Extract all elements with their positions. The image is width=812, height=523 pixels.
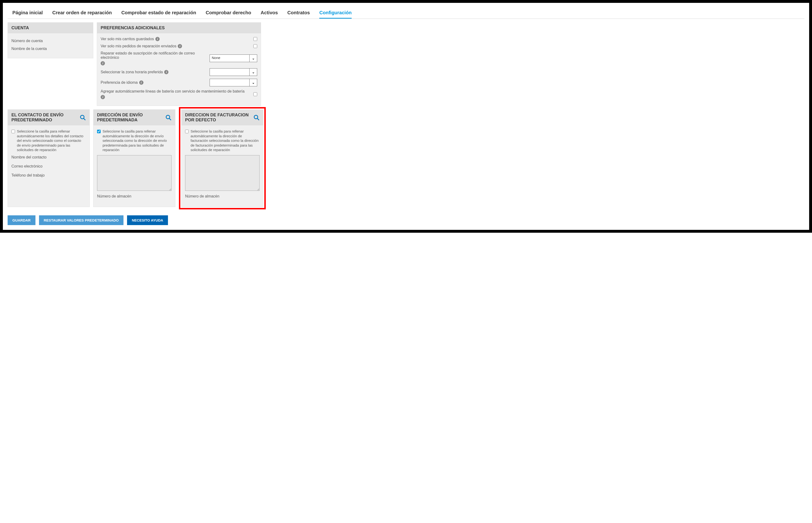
shipping-autofill-label: Seleccione la casilla para rellenar auto… [103, 129, 171, 152]
contact-email-label: Correo electrónico [12, 164, 86, 168]
tab-assets[interactable]: Activos [261, 10, 278, 19]
pref-lang-value [210, 79, 249, 86]
chevron-down-icon: ⌄ [249, 55, 257, 62]
tab-create-order[interactable]: Crear orden de reparación [52, 10, 112, 19]
shipping-panel: DIRECCIÓN DE ENVÍO PREDETERMINADA Selecc… [93, 109, 176, 207]
billing-header: DIRECCION DE FACTURACION POR DEFECTO [185, 112, 253, 123]
svg-line-1 [84, 118, 86, 120]
pref-battery-label: Agregar automáticamente líneas de baterí… [100, 89, 244, 93]
preferences-panel: PREFERENCIAS ADICIONALES Ver solo mis ca… [97, 22, 261, 106]
billing-autofill-label: Seleccione la casilla para rellenar auto… [190, 129, 260, 152]
pref-email-value: None [210, 55, 249, 62]
svg-point-4 [254, 115, 258, 119]
pref-carts-checkbox[interactable] [253, 37, 257, 41]
billing-address-textarea[interactable] [185, 155, 260, 191]
info-icon[interactable]: i [100, 95, 105, 99]
preferences-header: PREFERENCIAS ADICIONALES [97, 23, 261, 33]
pref-lang-select[interactable]: ⌄ [209, 79, 257, 86]
shipping-autofill-checkbox[interactable] [97, 130, 100, 133]
billing-highlight: DIRECCION DE FACTURACION POR DEFECTO Sel… [179, 107, 266, 210]
save-button[interactable]: GUARDAR [7, 215, 35, 225]
contact-autofill-label: Seleccione la casilla para rellenar auto… [17, 129, 86, 152]
svg-line-5 [257, 118, 259, 120]
pref-orders-label: Ver solo mis pedidos de reparación envia… [100, 44, 176, 48]
search-icon[interactable] [165, 114, 171, 121]
billing-warehouse-label: Número de almacén [185, 194, 260, 198]
tab-configuration[interactable]: Configuración [319, 10, 352, 19]
pref-carts-label: Ver solo mis carritos guardados [100, 37, 154, 41]
info-icon[interactable]: i [164, 70, 168, 74]
search-icon[interactable] [80, 114, 86, 121]
search-icon[interactable] [253, 114, 260, 121]
tab-check-entitlement[interactable]: Comprobar derecho [206, 10, 251, 19]
contact-panel: EL CONTACTO DE ENVÍO PREDETERMINADO Sele… [7, 109, 90, 207]
pref-orders-checkbox[interactable] [253, 44, 257, 48]
restore-defaults-button[interactable]: RESTAURAR VALORES PREDETERMINADO [39, 215, 124, 225]
contact-header: EL CONTACTO DE ENVÍO PREDETERMINADO [12, 112, 80, 123]
info-icon[interactable]: i [178, 44, 182, 48]
pref-email-select[interactable]: None ⌄ [209, 54, 257, 62]
contact-phone-label: Teléfono del trabajo [12, 173, 86, 178]
billing-panel: DIRECCION DE FACTURACION POR DEFECTO Sel… [181, 109, 263, 207]
account-header: CUENTA [8, 23, 93, 33]
pref-tz-label: Seleccionar la zona horaria preferida [100, 70, 163, 74]
pref-tz-select[interactable]: ⌄ [209, 68, 257, 76]
info-icon[interactable]: i [100, 61, 105, 66]
svg-point-2 [166, 115, 170, 119]
info-icon[interactable]: i [155, 37, 160, 41]
contact-name-label: Nombre del contacto [12, 155, 86, 159]
nav-tabs: Página inicial Crear orden de reparación… [7, 7, 805, 19]
account-panel: CUENTA Número de cuenta Nombre de la cue… [7, 22, 93, 58]
contact-autofill-checkbox[interactable] [12, 130, 15, 133]
account-name-label: Nombre de la cuenta [12, 47, 90, 51]
svg-point-0 [80, 115, 84, 119]
need-help-button[interactable]: NECESITO AYUDA [127, 215, 168, 225]
shipping-header: DIRECCIÓN DE ENVÍO PREDETERMINADA [97, 112, 165, 123]
tab-check-status[interactable]: Comprobar estado de reparación [121, 10, 196, 19]
tab-contracts[interactable]: Contratos [288, 10, 310, 19]
tab-home[interactable]: Página inicial [12, 10, 43, 19]
pref-lang-label: Preferencia de idioma [100, 80, 138, 85]
svg-line-3 [169, 118, 171, 120]
account-number-label: Número de cuenta [12, 39, 90, 43]
info-icon[interactable]: i [139, 80, 144, 85]
chevron-down-icon: ⌄ [249, 69, 257, 76]
chevron-down-icon: ⌄ [249, 79, 257, 86]
pref-battery-checkbox[interactable] [253, 92, 257, 96]
pref-tz-value [210, 69, 249, 76]
pref-email-label: Reparar estado de suscripción de notific… [100, 51, 206, 60]
shipping-address-textarea[interactable] [97, 155, 171, 191]
billing-autofill-checkbox[interactable] [185, 130, 189, 133]
shipping-warehouse-label: Número de almacén [97, 194, 171, 198]
